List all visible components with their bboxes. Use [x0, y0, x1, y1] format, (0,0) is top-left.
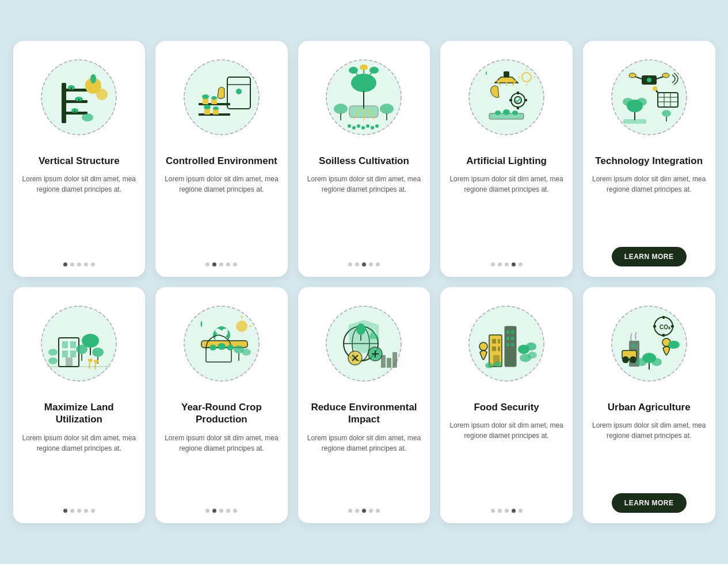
- svg-point-28: [204, 105, 211, 109]
- soilless-cultivation-icon: [315, 51, 413, 149]
- svg-point-111: [94, 360, 98, 363]
- maximize-land-icon: [30, 298, 128, 395]
- dot-2[interactable]: [212, 509, 216, 513]
- svg-point-185: [651, 358, 662, 366]
- year-round-icon: [173, 298, 270, 395]
- dot-3[interactable]: [219, 262, 223, 266]
- svg-point-106: [76, 345, 87, 354]
- svg-rect-142: [387, 358, 391, 368]
- dot-4[interactable]: [512, 262, 516, 266]
- dot-2[interactable]: [212, 262, 216, 266]
- dot-2[interactable]: [355, 262, 359, 266]
- dot-2[interactable]: [498, 262, 502, 266]
- dot-2[interactable]: [70, 262, 74, 266]
- card-maximize-land-title: Maximize Land Utilization: [22, 401, 136, 426]
- svg-point-108: [92, 348, 104, 357]
- dot-2[interactable]: [355, 509, 359, 513]
- svg-point-79: [629, 73, 636, 78]
- vertical-structure-icon: [30, 51, 128, 149]
- svg-rect-55: [504, 71, 509, 77]
- svg-point-165: [494, 361, 502, 367]
- card-vertical-structure-body: Lorem ipsum dolor sit dim amet, mea regi…: [22, 174, 136, 254]
- dots-artificial-lighting: [491, 262, 523, 266]
- dot-1[interactable]: [348, 262, 352, 266]
- svg-point-175: [668, 341, 680, 349]
- dot-5[interactable]: [233, 509, 237, 513]
- dot-4[interactable]: [369, 262, 373, 266]
- dot-3[interactable]: [505, 262, 509, 266]
- svg-point-127: [242, 349, 251, 356]
- dot-5[interactable]: [376, 262, 380, 266]
- svg-point-113: [48, 357, 58, 364]
- card-technology-integration: Technology Integration Lorem ipsum dolor…: [583, 41, 715, 277]
- card-soilless-cultivation-title: Soilless Cultivation: [319, 155, 409, 167]
- dot-4[interactable]: [84, 262, 88, 266]
- dots-controlled-environment: [205, 262, 237, 266]
- svg-rect-101: [62, 350, 68, 357]
- svg-rect-170: [662, 316, 665, 319]
- dot-4[interactable]: [226, 262, 230, 266]
- svg-point-44: [357, 124, 360, 128]
- svg-point-88: [653, 86, 657, 91]
- dot-1[interactable]: [348, 509, 352, 513]
- dot-5[interactable]: [91, 262, 95, 266]
- card-food-security-title: Food Security: [474, 401, 539, 413]
- svg-point-118: [236, 321, 247, 332]
- dot-3[interactable]: [362, 509, 366, 513]
- card-vertical-structure-footer: [22, 262, 136, 266]
- dot-3[interactable]: [77, 509, 81, 513]
- svg-rect-147: [492, 339, 496, 344]
- svg-rect-150: [498, 346, 500, 351]
- svg-point-164: [485, 363, 493, 368]
- dot-3[interactable]: [219, 509, 223, 513]
- svg-point-110: [88, 359, 93, 362]
- card-food-security-body: Lorem ipsum dolor sit dim amet, mea regi…: [449, 420, 563, 501]
- dot-3[interactable]: [77, 262, 81, 266]
- card-vertical-structure-title: Vertical Structure: [39, 155, 120, 167]
- dot-1[interactable]: [205, 262, 209, 266]
- dot-4[interactable]: [84, 509, 88, 513]
- card-soilless-cultivation: Soilless Cultivation Lorem ipsum dolor s…: [298, 41, 430, 277]
- svg-rect-178: [636, 345, 638, 348]
- dot-5[interactable]: [91, 509, 95, 513]
- learn-more-button-bottom[interactable]: LEARN MORE: [612, 493, 687, 513]
- card-artificial-lighting-body: Lorem ipsum dolor sit dim amet, mea regi…: [449, 174, 563, 254]
- dot-4[interactable]: [512, 509, 516, 513]
- dots-soilless: [348, 262, 380, 266]
- dot-4[interactable]: [369, 509, 373, 513]
- svg-point-15: [82, 113, 93, 121]
- card-year-round-title: Year-Round Crop Production: [165, 401, 279, 426]
- card-reduce-environmental-body: Lorem ipsum dolor sit dim amet, mea regi…: [307, 433, 421, 501]
- card-controlled-environment-body: Lorem ipsum dolor sit dim amet, mea regi…: [165, 174, 279, 254]
- svg-rect-67: [517, 106, 519, 109]
- dot-4[interactable]: [226, 509, 230, 513]
- svg-point-124: [227, 345, 234, 350]
- dot-3[interactable]: [362, 262, 366, 266]
- svg-point-35: [349, 67, 358, 74]
- card-maximize-land: Maximize Land Utilization Lorem ipsum do…: [13, 287, 146, 523]
- dot-5[interactable]: [519, 262, 523, 266]
- dots-maximize-land: [63, 509, 95, 513]
- learn-more-button-top[interactable]: LEARN MORE: [612, 247, 687, 266]
- svg-point-72: [503, 109, 510, 115]
- dot-1[interactable]: [205, 509, 209, 513]
- svg-point-33: [351, 74, 376, 92]
- svg-rect-141: [381, 355, 386, 368]
- dot-5[interactable]: [376, 509, 380, 513]
- dot-2[interactable]: [498, 509, 502, 513]
- svg-point-92: [636, 98, 647, 106]
- svg-rect-3: [62, 89, 87, 92]
- dot-3[interactable]: [505, 509, 509, 513]
- dot-1[interactable]: [491, 509, 495, 513]
- dot-5[interactable]: [519, 509, 523, 513]
- svg-point-43: [352, 126, 356, 129]
- dot-2[interactable]: [70, 509, 74, 513]
- dot-1[interactable]: [63, 509, 67, 513]
- card-food-security-footer: [449, 509, 563, 513]
- dot-1[interactable]: [491, 262, 495, 266]
- card-year-round: Year-Round Crop Production Lorem ipsum d…: [155, 287, 288, 523]
- card-year-round-body: Lorem ipsum dolor sit dim amet, mea regi…: [165, 433, 279, 501]
- card-technology-integration-body: Lorem ipsum dolor sit dim amet, mea regi…: [592, 174, 706, 239]
- dot-1[interactable]: [63, 262, 67, 266]
- dot-5[interactable]: [233, 262, 237, 266]
